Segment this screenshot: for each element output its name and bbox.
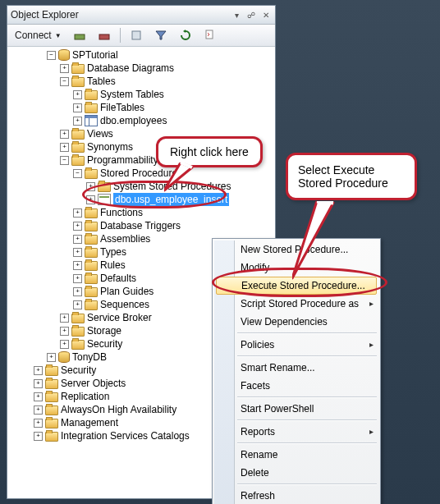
tree-node-system-stored-procedures[interactable]: +System Stored Procedures <box>7 180 275 193</box>
menu-rename[interactable]: Rename <box>214 446 378 464</box>
tree-node-tables[interactable]: −Tables <box>7 75 275 88</box>
toolbar-stop-icon[interactable] <box>126 26 147 44</box>
tree-node-sptutorial[interactable]: −SPTutorial <box>7 48 275 62</box>
callout-select-execute-line1: Select Execute <box>298 163 405 176</box>
menu-policies[interactable]: Policies <box>214 336 378 354</box>
svg-rect-0 <box>75 34 85 39</box>
menu-separator <box>237 419 377 421</box>
menu-separator <box>237 332 377 334</box>
dropdown-icon[interactable]: ▾ <box>231 9 242 21</box>
menu-execute-stored-procedure[interactable]: Execute Stored Procedure... <box>216 277 377 295</box>
chevron-down-icon: ▼ <box>55 32 62 39</box>
menu-facets[interactable]: Facets <box>214 377 378 395</box>
menu-script-as[interactable]: Script Stored Procedure as <box>214 295 378 313</box>
callout-right-click-text: Right click here <box>170 145 249 158</box>
callout-select-execute: Select Execute Stored Procedure <box>286 153 417 200</box>
panel-title: Object Explorer <box>11 9 79 21</box>
tree-node-system-tables[interactable]: +System Tables <box>7 88 275 101</box>
menu-separator <box>237 442 377 444</box>
tree-node-file-tables[interactable]: +FileTables <box>7 101 275 114</box>
menu-separator <box>237 396 377 398</box>
toolbar-separator <box>120 28 121 43</box>
toolbar-script-icon[interactable] <box>199 26 221 44</box>
menu-reports[interactable]: Reports <box>214 423 378 441</box>
callout-select-execute-line2: Stored Procedure <box>298 176 405 190</box>
tree-node-usp-employee-insert[interactable]: +dbo.usp_employee_insert <box>7 193 275 206</box>
menu-separator <box>237 483 377 485</box>
tree-node-functions[interactable]: +Functions <box>7 206 275 219</box>
menu-smart-rename[interactable]: Smart Rename... <box>214 359 378 377</box>
context-menu: New Stored Procedure... Modify Execute S… <box>212 238 381 504</box>
toolbar-disconnect-icon[interactable] <box>94 26 115 44</box>
toolbar-connect-icon[interactable] <box>69 26 90 44</box>
menu-view-dependencies[interactable]: View Dependencies <box>214 313 378 331</box>
tree-node-stored-procedures[interactable]: −Stored Procedures <box>7 167 275 180</box>
menu-refresh[interactable]: Refresh <box>214 487 378 504</box>
pin-icon[interactable]: ☍ <box>245 9 257 21</box>
menu-delete[interactable]: Delete <box>214 464 378 482</box>
connect-label: Connect <box>15 30 52 41</box>
panel-toolbar: Connect ▼ <box>7 25 275 47</box>
connect-button[interactable]: Connect ▼ <box>11 27 66 44</box>
callout-right-click: Right click here <box>156 136 263 167</box>
toolbar-filter-icon[interactable] <box>150 26 172 44</box>
menu-start-powershell[interactable]: Start PowerShell <box>214 400 378 418</box>
panel-titlebar: Object Explorer ▾ ☍ ✕ <box>7 6 275 25</box>
tree-node-dbo-employees[interactable]: +dbo.employees <box>7 114 275 127</box>
menu-new-stored-procedure[interactable]: New Stored Procedure... <box>214 241 378 259</box>
tree-node-database-triggers[interactable]: +Database Triggers <box>7 219 275 232</box>
menu-separator <box>237 355 377 357</box>
menu-modify[interactable]: Modify <box>214 259 378 277</box>
tree-node-database-diagrams[interactable]: +Database Diagrams <box>7 62 275 75</box>
close-icon[interactable]: ✕ <box>260 9 272 21</box>
svg-rect-1 <box>99 34 109 39</box>
toolbar-refresh-icon[interactable] <box>175 26 196 44</box>
svg-rect-2 <box>132 31 140 39</box>
